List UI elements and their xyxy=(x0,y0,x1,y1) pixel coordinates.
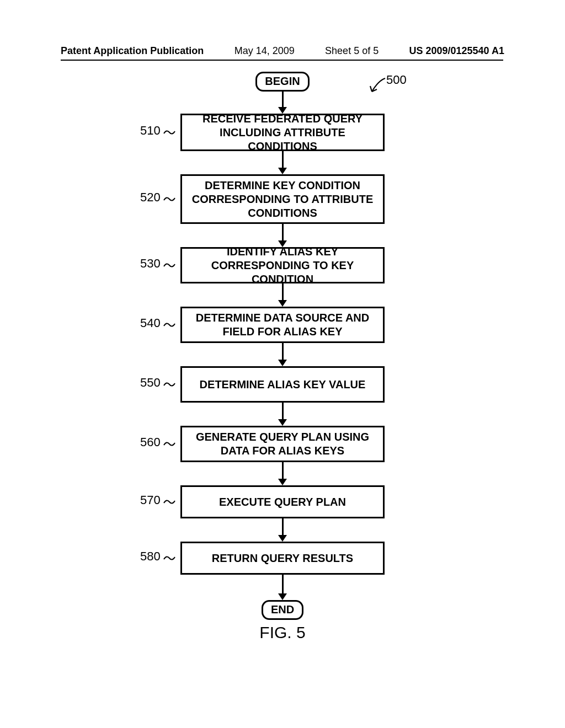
step-530-row: 530 IDENTIFY ALIAS KEY CORRESPONDING TO … xyxy=(0,247,565,283)
leader-line-icon xyxy=(163,440,175,448)
end-label: END xyxy=(271,603,294,615)
step-text: RETURN QUERY RESULTS xyxy=(212,552,353,565)
end-terminator: END xyxy=(262,600,303,620)
figure-caption: FIG. 5 xyxy=(259,623,305,642)
step-number: 580 xyxy=(140,549,161,564)
leader-line-icon xyxy=(163,129,175,136)
leader-line-icon xyxy=(163,554,175,562)
step-number: 520 xyxy=(140,190,161,205)
leader-line-icon xyxy=(163,321,175,329)
arrow-down-icon xyxy=(278,224,287,247)
step-560-box: GENERATE QUERY PLAN USING DATA FOR ALIAS… xyxy=(180,426,385,462)
sheet-number: Sheet 5 of 5 xyxy=(325,45,379,57)
header-divider xyxy=(61,60,503,61)
step-560-row: 560 GENERATE QUERY PLAN USING DATA FOR A… xyxy=(0,426,565,462)
step-number: 540 xyxy=(140,316,161,330)
step-text: DETERMINE DATA SOURCE AND FIELD FOR ALIA… xyxy=(184,311,381,339)
step-number: 510 xyxy=(140,124,161,138)
step-540-row: 540 DETERMINE DATA SOURCE AND FIELD FOR … xyxy=(0,307,565,343)
step-580-box: RETURN QUERY RESULTS xyxy=(180,542,385,575)
flowchart: BEGIN 510 RECEIVE FEDERATED QUERY INCLUD… xyxy=(0,72,565,642)
step-570-row: 570 EXECUTE QUERY PLAN xyxy=(0,485,565,518)
arrow-down-icon xyxy=(278,403,287,426)
step-text: IDENTIFY ALIAS KEY CORRESPONDING TO KEY … xyxy=(184,245,381,286)
step-510-box: RECEIVE FEDERATED QUERY INCLUDING ATTRIB… xyxy=(180,114,385,151)
step-number: 530 xyxy=(140,256,161,271)
step-510-row: 510 RECEIVE FEDERATED QUERY INCLUDING AT… xyxy=(0,114,565,151)
begin-terminator: BEGIN xyxy=(255,72,309,92)
step-520-box: DETERMINE KEY CONDITION CORRESPONDING TO… xyxy=(180,174,385,224)
arrow-down-icon xyxy=(278,92,287,114)
leader-line-icon xyxy=(163,195,175,203)
step-number: 570 xyxy=(140,493,161,507)
begin-label: BEGIN xyxy=(265,75,300,87)
arrow-down-icon xyxy=(278,283,287,307)
step-number: 550 xyxy=(140,376,161,390)
step-550-box: DETERMINE ALIAS KEY VALUE xyxy=(180,366,385,403)
arrow-down-icon xyxy=(278,575,287,600)
step-570-box: EXECUTE QUERY PLAN xyxy=(180,485,385,518)
step-540-box: DETERMINE DATA SOURCE AND FIELD FOR ALIA… xyxy=(180,307,385,343)
arrow-down-icon xyxy=(278,343,287,366)
document-number: US 2009/0125540 A1 xyxy=(409,45,504,57)
arrow-down-icon xyxy=(278,151,287,174)
publication-date: May 14, 2009 xyxy=(234,45,295,57)
step-text: DETERMINE KEY CONDITION CORRESPONDING TO… xyxy=(184,179,381,220)
step-text: DETERMINE ALIAS KEY VALUE xyxy=(200,378,366,392)
leader-line-icon xyxy=(163,261,175,269)
step-580-row: 580 RETURN QUERY RESULTS xyxy=(0,542,565,575)
step-text: EXECUTE QUERY PLAN xyxy=(219,495,346,509)
step-number: 560 xyxy=(140,435,161,449)
step-530-box: IDENTIFY ALIAS KEY CORRESPONDING TO KEY … xyxy=(180,247,385,283)
step-520-row: 520 DETERMINE KEY CONDITION CORRESPONDIN… xyxy=(0,174,565,224)
arrow-down-icon xyxy=(278,518,287,542)
leader-line-icon xyxy=(163,381,175,388)
leader-line-icon xyxy=(163,498,175,506)
page-header: Patent Application Publication May 14, 2… xyxy=(0,45,565,59)
arrow-down-icon xyxy=(278,462,287,485)
publication-label: Patent Application Publication xyxy=(61,45,204,57)
step-550-row: 550 DETERMINE ALIAS KEY VALUE xyxy=(0,366,565,403)
step-text: GENERATE QUERY PLAN USING DATA FOR ALIAS… xyxy=(184,430,381,458)
step-text: RECEIVE FEDERATED QUERY INCLUDING ATTRIB… xyxy=(184,112,381,153)
